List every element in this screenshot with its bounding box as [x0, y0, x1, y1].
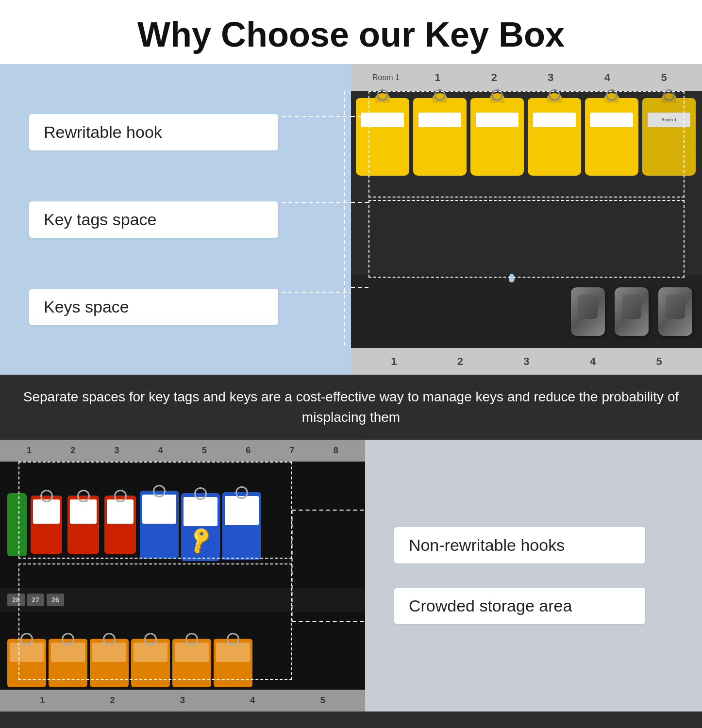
- tag-ring-3: [491, 89, 503, 101]
- bottom-strip-5: 5: [288, 695, 358, 706]
- orange-tag-inner-3: [92, 643, 126, 662]
- key-tag-3: [470, 98, 524, 176]
- num-tag-26: 26: [47, 594, 64, 606]
- orange-tag-inner-4: [134, 643, 167, 662]
- strip-cell-6: 6: [226, 446, 270, 456]
- key-tag-5: [585, 98, 638, 176]
- red-tag-inner-2: [70, 499, 97, 524]
- orange-tag-inner-6: [216, 643, 250, 662]
- strip-cell-1: 1: [7, 446, 51, 456]
- blue-tag-inner-2: [184, 497, 217, 526]
- key-tags-row: Room 1: [351, 91, 702, 275]
- crowded-box: 1 2 3 4 5 6 7 8: [0, 440, 365, 711]
- num-cell-4: 4: [579, 71, 636, 84]
- tag-ring-4: [549, 89, 560, 101]
- top-section: Rewritable hook Key tags space Keys spac…: [0, 64, 702, 375]
- orange-tag-1: [7, 639, 46, 687]
- left-panel: Rewritable hook Key tags space Keys spac…: [0, 64, 351, 375]
- bottom-section: 1 2 3 4 5 6 7 8: [0, 440, 702, 711]
- tag-label-1: [361, 113, 404, 127]
- orange-tag-3: [90, 639, 129, 687]
- feature-label-crowded-storage: Crowded storage area: [394, 588, 645, 624]
- num-cell-3: 3: [522, 71, 579, 84]
- strip-cell-5: 5: [183, 446, 226, 456]
- page-wrapper: Why Choose our Key Box Rewritable hook K…: [0, 0, 702, 728]
- tag-ring-2: [434, 89, 446, 101]
- strip-cell-7: 7: [270, 446, 314, 456]
- page-title: Why Choose our Key Box: [0, 0, 702, 64]
- bottom-num-2: 2: [427, 355, 494, 368]
- strip-cell-4: 4: [139, 446, 183, 456]
- feature-label-non-rewritable: Non-rewritable hooks: [394, 527, 645, 563]
- red-tag-1: [31, 496, 62, 554]
- number-row-top: Room 1 1 2 3 4 5: [351, 64, 702, 91]
- car-key-3: [658, 287, 692, 336]
- tag-label-4: [533, 113, 576, 127]
- red-tag-inner-1: [33, 499, 60, 524]
- num-cell-2: 2: [466, 71, 523, 84]
- strip-row-bottom: 1 2 3 4 5: [0, 690, 365, 711]
- orange-tag-6: [214, 639, 252, 687]
- bottom-strip-1: 1: [7, 695, 77, 706]
- crowded-bottom: [0, 612, 365, 690]
- feature-label-rewritable-hook: Rewritable hook: [29, 114, 278, 150]
- bottom-caption-text: Keys and keytags are crowded together, l…: [110, 726, 593, 728]
- bottom-num-3: 3: [493, 355, 560, 368]
- blue-tag-inner-1: [142, 495, 176, 524]
- num-cell-1: 1: [409, 71, 466, 84]
- num-tags-row: 28 27 26: [0, 588, 365, 612]
- crowded-keys-area: 🔑: [0, 462, 365, 588]
- red-tag-2: [67, 496, 99, 554]
- bottom-strip-3: 3: [148, 695, 217, 706]
- blue-tag-1: [140, 491, 179, 559]
- tag-label-3: [476, 113, 518, 127]
- feature-label-key-tags-space: Key tags space: [29, 201, 278, 238]
- key-tag-6: Room 1: [642, 98, 696, 176]
- number-row-bottom: 1 2 3 4 5: [351, 348, 702, 375]
- blue-tag-inner-3: [225, 496, 259, 525]
- orange-tag-inner-2: [51, 643, 85, 662]
- right-panel-key-box: Room 1 1 2 3 4 5: [351, 64, 702, 375]
- blue-tag-2: 🔑: [181, 493, 220, 561]
- num-tag-27: 27: [27, 594, 45, 606]
- bottom-num-5: 5: [626, 355, 692, 368]
- strip-cell-8: 8: [314, 446, 358, 456]
- top-caption-bar: Separate spaces for key tags and keys ar…: [0, 375, 702, 440]
- strip-cell-2: 2: [51, 446, 95, 456]
- tag-label-6: Room 1: [648, 113, 690, 127]
- left-photo-crowded: 1 2 3 4 5 6 7 8: [0, 440, 365, 711]
- orange-tag-5: [172, 639, 211, 687]
- orange-tag-2: [49, 639, 87, 687]
- feature-label-keys-space: Keys space: [29, 289, 278, 325]
- top-caption-text: Separate spaces for key tags and keys ar…: [23, 389, 679, 425]
- bottom-num-1: 1: [361, 355, 427, 368]
- bottom-strip-4: 4: [217, 695, 287, 706]
- bottom-num-4: 4: [560, 355, 626, 368]
- red-tag-3: [104, 496, 136, 554]
- key-tag-2: [413, 98, 467, 176]
- car-keys-row: [351, 275, 702, 348]
- right-panel-bottom: Non-rewritable hooks Crowded storage are…: [365, 440, 702, 711]
- strip-cell-3: 3: [95, 446, 138, 456]
- tag-ring-5: [606, 89, 618, 101]
- car-key-2: [615, 287, 649, 336]
- tag-ring: [377, 89, 388, 101]
- orange-tag-inner-1: [10, 643, 44, 662]
- num-cell-5: 5: [635, 71, 692, 84]
- key-tag-1: [356, 98, 409, 176]
- blue-tag-3: [222, 492, 261, 560]
- car-key-1: [571, 287, 605, 336]
- red-tag-inner-3: [107, 499, 134, 524]
- key-box-interior: Room 1 1 2 3 4 5: [351, 64, 702, 375]
- bottom-caption-bar: Keys and keytags are crowded together, l…: [0, 711, 702, 728]
- room-label: Room 1: [361, 73, 400, 82]
- orange-tag-inner-5: [175, 643, 209, 662]
- orange-tag-4: [131, 639, 170, 687]
- tag-label-5: [590, 113, 633, 127]
- tag-ring-6: [663, 89, 675, 101]
- bottom-strip-2: 2: [77, 695, 147, 706]
- green-tag: [7, 493, 27, 556]
- tag-label-2: [418, 113, 461, 127]
- num-tag-28: 28: [7, 594, 25, 606]
- key-tag-4: [528, 98, 581, 176]
